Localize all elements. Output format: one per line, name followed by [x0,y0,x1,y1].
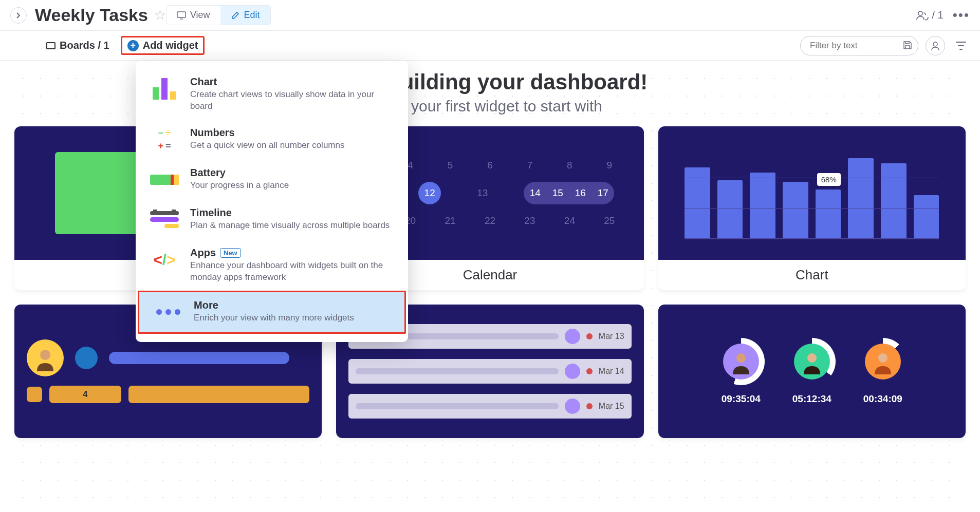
overview-date: Mar 14 [599,367,624,376]
widget-option-desc: Enrich your view with many more widgets [194,312,354,324]
cal-day: 5 [439,154,461,177]
widget-option-title: Apps [190,247,216,259]
cal-day: 21 [439,210,461,232]
overview-row: Mar 14 [348,359,631,384]
widget-option-more[interactable]: More Enrich your view with many more wid… [138,291,406,334]
add-widget-dropdown: Chart Create chart views to visually sho… [136,61,408,342]
filter-input-wrap [800,36,918,55]
widget-card-chart[interactable]: 68% Chart [658,126,966,290]
tracked-time: 05:12:34 [792,393,831,405]
cal-day: 22 [478,210,501,232]
filter-input[interactable] [800,36,918,55]
cal-day: 9 [598,154,621,177]
boards-count-chip[interactable]: Boards / 1 [46,40,109,51]
svg-point-3 [40,350,50,360]
widget-card-timetracking[interactable]: 09:35:04 05:12:34 [658,305,966,438]
filter-icon [956,41,966,50]
avatar [794,344,830,380]
edit-mode-button[interactable]: Edit [220,6,270,25]
widget-card-label: Chart [658,260,966,290]
add-widget-label: Add widget [143,40,198,51]
filter-button[interactable] [952,37,970,54]
toolbar: Boards / 1 + Add widget [0,31,980,61]
overview-date: Mar 15 [599,402,624,411]
status-dot [75,347,98,369]
avatar [565,399,580,414]
cal-day-selected: 12 [418,182,441,204]
chart-icon [153,78,176,100]
collapse-sidebar-button[interactable] [10,7,27,24]
svg-point-2 [933,42,937,46]
timeline-pill: 4 [49,386,121,403]
save-icon[interactable] [903,41,912,50]
timeline-handle [27,387,42,402]
status-dot-icon [586,403,593,409]
widget-option-chart[interactable]: Chart Create chart views to visually sho… [136,69,408,120]
more-menu-button[interactable]: ••• [953,7,970,23]
edit-mode-label: Edit [244,10,260,21]
cal-day: 13 [471,182,494,204]
timeline-pill [128,386,309,403]
add-widget-button[interactable]: + Add widget [121,36,205,55]
chart-tooltip: 68% [817,173,841,186]
svg-point-4 [736,353,746,363]
status-dot-icon [586,333,593,339]
svg-point-5 [807,353,817,363]
widget-option-title: More [194,299,354,311]
header: Weekly Tasks ☆ View Edit / 1 ••• [0,0,980,31]
monitor-icon [177,11,186,20]
widget-option-desc: Enhance your dashboard with widgets buil… [190,260,396,283]
widget-option-battery[interactable]: Battery Your progress in a glance [136,160,408,200]
widget-option-desc: Get a quick view on all number columns [190,140,344,151]
more-dots-icon [156,309,180,315]
widget-option-desc: Your progress in a glance [190,180,289,192]
boards-count-label: Boards / 1 [60,40,109,51]
widget-option-desc: Create chart views to visually show data… [190,89,396,112]
pencil-icon [231,11,240,20]
tracked-time: 09:35:04 [722,393,761,405]
timeline-icon [150,211,179,228]
tracked-time: 00:34:09 [863,393,902,405]
board-icon [46,42,56,49]
widget-option-numbers[interactable]: −÷+= Numbers Get a quick view on all num… [136,120,408,160]
cal-day: 6 [478,154,501,177]
timetracking-preview: 09:35:04 05:12:34 [717,338,907,405]
widget-option-apps[interactable]: </> Apps New Enhance your dashboard with… [136,240,408,291]
new-badge: New [220,248,241,258]
cal-day: 8 [558,154,581,177]
widget-option-title: Chart [190,76,396,88]
cal-day: 23 [519,210,541,232]
cal-day: 25 [598,210,621,232]
cal-day: 24 [558,210,581,232]
svg-point-6 [878,353,887,363]
members-count[interactable]: / 1 [916,9,943,21]
person-icon [930,41,940,51]
view-edit-toggle: View Edit [166,5,271,25]
star-icon[interactable]: ☆ [154,7,166,23]
avatar [565,329,580,344]
avatar [27,339,64,376]
profile-button[interactable] [926,36,945,55]
widget-option-timeline[interactable]: Timeline Plan & manage time visually acr… [136,200,408,240]
page-title: Weekly Tasks [35,5,148,25]
status-dot-icon [586,368,593,374]
svg-rect-0 [177,12,186,17]
view-mode-button[interactable]: View [167,6,220,25]
widget-option-title: Numbers [190,127,344,139]
widget-option-desc: Plan & manage time visually across multi… [190,220,390,232]
widget-option-title: Battery [190,167,289,179]
numbers-icon: −÷+= [158,128,171,151]
cal-range: 14 15 16 17 [524,182,614,204]
cal-day: 7 [519,154,541,177]
view-mode-label: View [190,10,210,21]
avatar [723,344,759,380]
avatar [565,364,580,379]
people-icon [916,10,929,21]
widget-option-title: Timeline [190,207,390,219]
plus-circle-icon: + [127,40,139,51]
members-count-text: / 1 [932,9,943,21]
chart-preview: 68% [685,147,939,239]
overview-date: Mar 13 [599,332,624,341]
battery-icon [150,175,179,185]
avatar [865,344,901,380]
